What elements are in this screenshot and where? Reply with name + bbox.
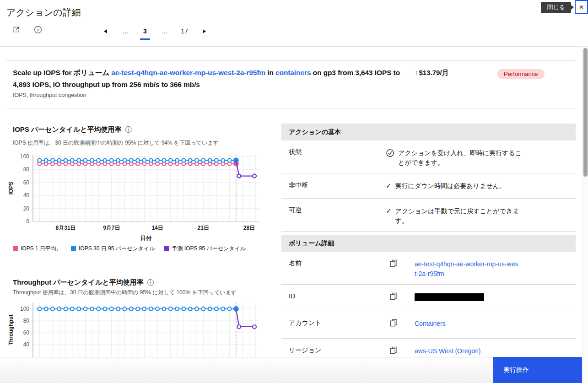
throughput-chart-title: Throughput パーセンタイルと平均使用率 ⓘ [13,278,154,287]
volume-details-section: ボリューム詳細 名前 ae-test-q4hqn-ae-worker-mp-us… [281,235,576,366]
risk-summary: IOPS, throughput congestion [13,92,86,98]
svg-text:0: 0 [26,218,29,225]
content-top-divider [6,60,575,61]
svg-text:80: 80 [23,166,30,173]
table-row-state: 状態 アクションを受け入れ、即時に実行することができます。 [281,140,576,173]
svg-text:80: 80 [23,318,30,324]
table-row-reversible: 可逆 ✓ アクションは手動で元に戻すことができます。 [281,199,576,232]
chart-legend: IOPS 1 日平均。 IOPS 30 日 95 パーセンタイル 予測 IOPS… [13,245,246,253]
scrollbar-thumb[interactable] [583,48,588,177]
last-page-button[interactable]: 17 [178,25,191,37]
performance-badge: Performance [497,69,545,79]
volume-details-header: ボリューム詳細 [281,235,576,252]
close-tooltip: 閉じる [541,2,571,13]
checkmark-outline-icon [386,148,394,167]
account-value-link[interactable]: Containers [415,319,520,333]
svg-text:60: 60 [23,179,30,186]
checkmark-icon: ✓ [386,206,392,226]
current-page-indicator [140,38,150,40]
close-icon: × [579,3,584,11]
legend-swatch-blue [71,246,76,251]
copy-icon [390,349,398,356]
cost-change: ↑$13.79/月 [415,69,449,77]
launch-icon [12,26,20,35]
table-row-id: ID [281,285,576,311]
redacted-id-value [415,293,484,301]
checkmark-icon: ✓ [386,181,392,193]
pagination-ellipsis-right: ... [158,25,172,37]
help-button[interactable]: ? [32,24,44,36]
svg-text:21日: 21日 [198,225,209,231]
action-summary-divider [6,108,575,108]
pagination-ellipsis-left: ... [119,25,132,37]
svg-text:40: 40 [23,341,30,348]
table-row-name: 名前 ae-test-q4hqn-ae-worker-mp-us-west-2a… [281,252,576,285]
action-basics-header: アクションの基本 [281,124,576,140]
iops-chart-title: IOPS パーセンタイルと平均使用率 ⓘ [13,125,131,134]
action-basics-section: アクションの基本 状態 アクションを受け入れ、即時に実行することができます。 非… [281,124,576,232]
vertical-scrollbar[interactable] [582,47,588,383]
svg-text:60: 60 [23,329,30,336]
copy-button[interactable] [390,319,398,328]
copy-button[interactable] [390,346,398,356]
details-panel: アクションの基本 状態 アクションを受け入れ、即時に実行することができます。 非… [281,124,576,366]
legend-item-forecast[interactable]: 予測 IOPS 95 パーセンタイル [164,245,246,253]
close-tooltip-label: 閉じる [547,4,565,11]
help-icon: ? [34,26,42,35]
svg-text:28日: 28日 [243,225,255,231]
svg-text:?: ? [37,27,39,32]
svg-text:40: 40 [23,192,30,199]
current-page-button[interactable]: 3 [138,25,152,37]
throughput-percentile-chart: 406080100Throughput [6,299,267,357]
table-row-account: アカウント Containers [281,311,576,339]
svg-text:日付: 日付 [140,235,152,242]
arrow-up-icon: ↑ [415,69,418,76]
svg-text:9月7日: 9月7日 [103,225,120,231]
legend-item-p95[interactable]: IOPS 30 日 95 パーセンタイル [71,245,155,253]
svg-text:100: 100 [20,306,29,312]
close-button[interactable]: × [575,0,588,14]
copy-icon [390,321,398,328]
next-page-button[interactable] [197,25,211,37]
svg-text:20: 20 [23,205,30,212]
svg-text:14日: 14日 [151,225,163,231]
copy-icon [390,295,398,302]
volume-name-link[interactable]: ae-test-q4hqn-ae-worker-mp-us-west-2a-r9… [415,259,520,279]
close-tooltip-arrow [571,5,574,10]
pagination: ... 3 ... 17 [99,25,217,37]
volume-link[interactable]: ae-test-q4hqn-ae-worker-mp-us-west-2a-r9… [111,69,265,76]
copy-button[interactable] [390,292,398,302]
account-link[interactable]: containers [275,69,311,76]
copy-icon [390,262,398,269]
throughput-chart-subtitle: Throughput 使用率は、30 日の観測期間中の時間の 95% に対して … [13,289,237,297]
footer-strip [0,357,493,383]
page-title: アクションの詳細 [6,6,81,19]
info-icon[interactable]: ⓘ [147,279,154,287]
execute-action-button[interactable]: 実行操作 [493,357,588,383]
svg-text:8月31日: 8月31日 [56,225,76,231]
prev-page-button[interactable] [99,25,113,37]
iops-percentile-chart: 0204060801008月31日9月7日14日21日28日日付IOPS [6,149,267,243]
svg-text:100: 100 [20,153,29,160]
header-divider [0,46,588,47]
legend-swatch-purple [164,246,169,251]
legend-swatch-pink [13,246,18,251]
svg-text:IOPS: IOPS [8,182,14,195]
legend-item-daily-avg[interactable]: IOPS 1 日平均。 [13,245,62,253]
copy-button[interactable] [390,259,398,269]
info-icon[interactable]: ⓘ [125,126,131,134]
svg-text:Throughput: Throughput [8,314,14,345]
action-title: Scale up IOPS for ボリューム ae-test-q4hqn-ae… [13,67,401,91]
open-external-button[interactable] [10,24,22,36]
table-row-nondisruptive: 非中断 ✓ 実行にダウン時間は必要ありません。 [281,173,576,199]
iops-chart-subtitle: IOPS 使用率は、30 日の観測期間中の時間の 95% に対して 94% を下… [13,139,219,147]
